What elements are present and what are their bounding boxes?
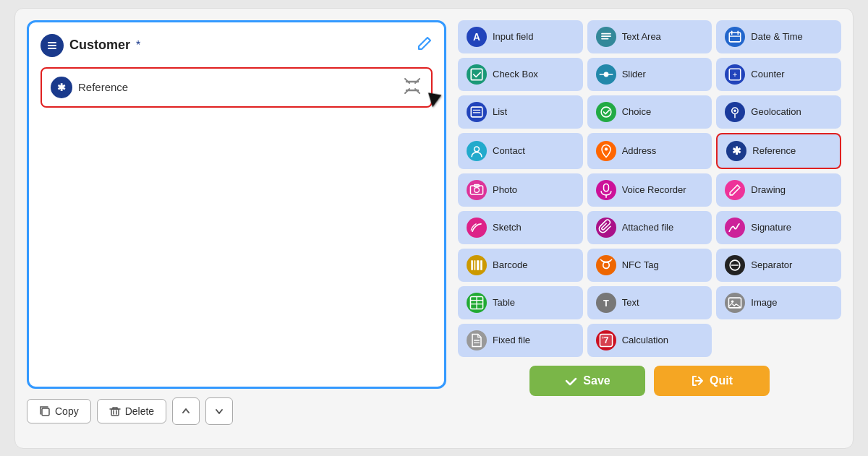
field-btn-nfc-tag[interactable]: NFC Tag (587, 249, 712, 282)
move-down-button[interactable] (205, 397, 233, 425)
field-btn-check-box[interactable]: Check Box (458, 58, 583, 91)
field-icon-voice-recorder (596, 180, 616, 200)
field-btn-sketch[interactable]: Sketch (458, 211, 583, 244)
drag-handle[interactable]: ▼ (402, 76, 422, 99)
svg-point-34 (475, 187, 480, 192)
field-icon-slider (596, 64, 616, 85)
field-label-image: Image (751, 297, 777, 308)
svg-rect-10 (111, 409, 119, 416)
field-label-calculation: Calculation (622, 335, 668, 345)
field-label-input-field: Input field (493, 31, 533, 42)
form-body-spacer (41, 115, 433, 340)
form-card: Customer* ✱ Reference (27, 20, 446, 389)
copy-icon (39, 405, 51, 417)
field-label-fixed-file: Fixed file (493, 335, 530, 345)
svg-text:+: + (733, 70, 738, 79)
field-btn-drawing[interactable]: Drawing (716, 173, 841, 207)
fields-grid: A Input field Text Area Date & Time Chec… (458, 20, 841, 357)
field-btn-reference[interactable]: ✱ Reference (716, 133, 841, 169)
field-label-attached-file: Attached file (622, 222, 674, 233)
field-btn-image[interactable]: Image (716, 286, 841, 319)
field-btn-geolocation[interactable]: Geolocation (716, 95, 841, 129)
field-label-voice-recorder: Voice Recorder (622, 184, 686, 195)
reference-icon: ✱ (51, 77, 72, 98)
field-label-slider: Slider (622, 69, 646, 79)
svg-point-27 (601, 107, 611, 117)
field-label-photo: Photo (493, 184, 517, 195)
move-up-button[interactable] (172, 397, 200, 425)
field-btn-separator[interactable]: Separator (716, 249, 841, 282)
svg-rect-19 (471, 69, 482, 79)
field-icon-table (467, 293, 487, 313)
save-check-icon (564, 374, 577, 387)
bottom-bar: Save Quit (458, 366, 841, 396)
field-icon-counter: + (725, 64, 745, 85)
field-label-nfc-tag: NFC Tag (622, 259, 659, 270)
form-header: Customer* (41, 34, 433, 57)
field-btn-choice[interactable]: Choice (587, 95, 712, 129)
field-label-contact: Contact (493, 145, 525, 156)
field-btn-calculation[interactable]: 7+ Calculation (587, 324, 712, 357)
delete-button[interactable]: Delete (97, 399, 166, 423)
field-btn-input-field[interactable]: A Input field (458, 20, 583, 53)
svg-rect-13 (601, 35, 611, 37)
up-arrow-icon (180, 405, 192, 417)
field-label-separator: Separator (751, 259, 792, 270)
copy-label: Copy (55, 405, 79, 417)
svg-text:+: + (601, 335, 605, 341)
field-btn-list[interactable]: List (458, 95, 583, 129)
field-label-geolocation: Geolocation (751, 106, 801, 117)
field-btn-photo[interactable]: Photo (458, 173, 583, 207)
field-icon-calculation: 7+ (596, 330, 616, 350)
copy-button[interactable]: Copy (27, 399, 91, 423)
field-btn-voice-recorder[interactable]: Voice Recorder (587, 173, 712, 207)
field-label-address: Address (622, 145, 657, 156)
down-arrow-icon (213, 405, 225, 417)
field-icon-choice (596, 102, 616, 122)
field-icon-separator (725, 255, 745, 275)
form-asterisk: * (136, 39, 140, 52)
field-icon-input-field: A (467, 27, 487, 47)
field-label-text-area: Text Area (622, 31, 661, 42)
svg-text:T: T (603, 298, 609, 309)
field-icon-fixed-file (467, 330, 487, 350)
field-btn-barcode[interactable]: Barcode (458, 249, 583, 282)
field-icon-list (467, 102, 487, 122)
field-label-check-box: Check Box (493, 69, 538, 79)
trash-icon (109, 405, 121, 417)
save-label: Save (583, 374, 610, 387)
field-label-table: Table (493, 297, 515, 308)
svg-text:✱: ✱ (732, 145, 741, 157)
field-icon-address (596, 141, 616, 161)
quit-button[interactable]: Quit (654, 366, 770, 396)
svg-point-30 (475, 147, 480, 152)
svg-rect-40 (477, 260, 479, 270)
field-btn-text[interactable]: T Text (587, 286, 712, 319)
field-icon-geolocation (725, 102, 745, 122)
form-title-row: Customer* (41, 34, 140, 57)
edit-icon[interactable] (417, 35, 433, 55)
field-label-sketch: Sketch (493, 222, 522, 233)
field-label-signature: Signature (751, 222, 791, 233)
svg-rect-1 (48, 45, 56, 46)
save-button[interactable]: Save (529, 366, 645, 396)
field-label-list: List (493, 106, 507, 117)
field-btn-text-area[interactable]: Text Area (587, 20, 712, 53)
field-btn-fixed-file[interactable]: Fixed file (458, 324, 583, 357)
field-btn-signature[interactable]: Signature (716, 211, 841, 244)
action-bar: Copy Delete (27, 397, 446, 425)
svg-rect-39 (475, 260, 476, 270)
svg-rect-38 (471, 260, 473, 270)
field-btn-address[interactable]: Address (587, 133, 712, 169)
svg-rect-9 (42, 408, 49, 416)
field-btn-slider[interactable]: Slider (587, 58, 712, 91)
field-icon-text-area (596, 27, 616, 47)
svg-point-31 (605, 147, 608, 150)
field-btn-table[interactable]: Table (458, 286, 583, 319)
field-btn-attached-file[interactable]: Attached file (587, 211, 712, 244)
field-btn-date-time[interactable]: Date & Time (716, 20, 841, 53)
field-icon-text: T (596, 293, 616, 313)
reference-row[interactable]: ✱ Reference ▼ (41, 67, 433, 108)
field-btn-counter[interactable]: + Counter (716, 58, 841, 91)
field-btn-contact[interactable]: Contact (458, 133, 583, 169)
